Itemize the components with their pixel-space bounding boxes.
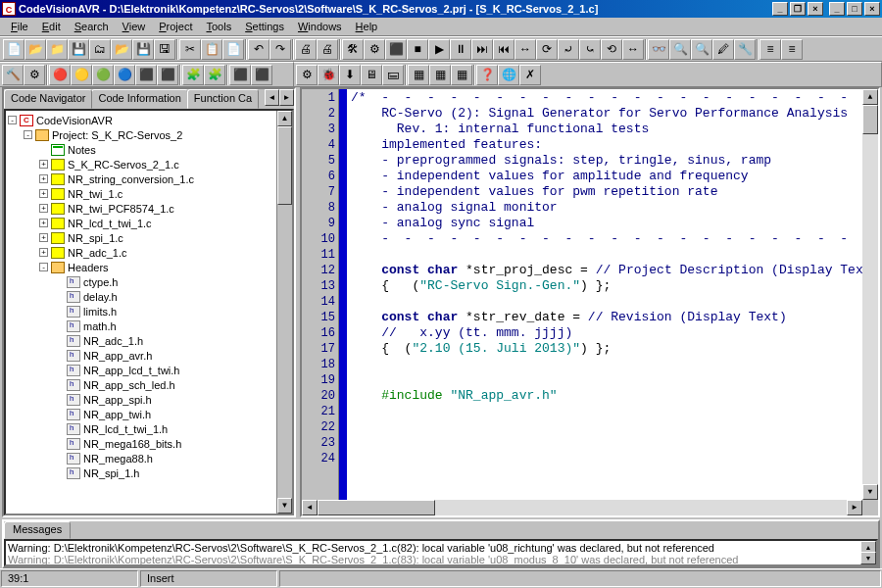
menu-tools[interactable]: Tools	[200, 19, 239, 34]
toolbar-button[interactable]: ⬛	[385, 39, 407, 60]
tree-headers-folder[interactable]: -Headers	[8, 260, 290, 274]
toolbar-button[interactable]: ⏮	[493, 39, 514, 60]
scroll-up-button[interactable]: ▲	[277, 111, 292, 126]
tab-messages[interactable]: Messages	[4, 521, 71, 539]
tree-header-file[interactable]: ctype.h	[8, 274, 290, 289]
toolbar-button[interactable]: ⏸	[450, 39, 471, 60]
toolbar-button[interactable]: 🟢	[92, 65, 114, 85]
toolbar-button[interactable]: ❓	[476, 65, 498, 85]
menu-project[interactable]: Project	[152, 19, 199, 34]
code-line[interactable]	[351, 357, 862, 372]
toolbar-button[interactable]: 📂	[24, 39, 46, 60]
editor-horizontal-scrollbar[interactable]: ◄ ►	[302, 500, 862, 515]
toolbar-button[interactable]: 📄	[222, 39, 244, 60]
tree-notes[interactable]: Notes	[8, 142, 290, 157]
toolbar-button[interactable]: 🛠	[342, 39, 364, 60]
close-button[interactable]: ×	[864, 2, 880, 16]
toolbar-button[interactable]: ⬛	[251, 65, 272, 85]
expand-toggle-icon[interactable]: +	[39, 189, 48, 198]
tree-header-file[interactable]: NR_lcd_t_twi_1.h	[8, 421, 290, 436]
tab-scroll-left-button[interactable]: ◄	[265, 89, 279, 106]
tree-root[interactable]: -CCodeVisionAVR	[8, 113, 290, 127]
toolbar-button[interactable]: ▦	[429, 65, 451, 85]
expand-toggle-icon[interactable]: -	[39, 263, 48, 271]
toolbar-button[interactable]: 🔨	[2, 65, 24, 85]
expand-toggle-icon[interactable]: -	[8, 116, 17, 124]
toolbar-button[interactable]: 📂	[111, 39, 132, 60]
toolbar-button[interactable]: ▦	[451, 65, 472, 85]
code-line[interactable]	[351, 372, 862, 388]
tree-header-file[interactable]: NR_adc_1.h	[8, 333, 290, 348]
toolbar-button[interactable]: ▦	[408, 65, 429, 85]
code-line[interactable]: - preprogrammed signals: step, tringle, …	[351, 153, 862, 169]
expand-toggle-icon[interactable]: +	[39, 233, 48, 242]
toolbar-button[interactable]: 🔧	[734, 39, 756, 60]
toolbar-button[interactable]: 🖨	[295, 39, 317, 60]
tree-source-file[interactable]: +NR_twi_PCF8574_1.c	[8, 201, 290, 216]
toolbar-button[interactable]: ⬛	[229, 65, 251, 85]
tree-header-file[interactable]: NR_app_lcd_t_twi.h	[8, 363, 290, 377]
minimize-button[interactable]: _	[829, 2, 845, 16]
toolbar-button[interactable]: ⚙	[364, 39, 385, 60]
toolbar-button[interactable]: ⟳	[536, 39, 558, 60]
code-line[interactable]: const char *str_rev_date = // Revision (…	[351, 310, 862, 325]
code-line[interactable]	[351, 294, 862, 310]
toolbar-button[interactable]: 📋	[201, 39, 222, 60]
tree-header-file[interactable]: limits.h	[8, 304, 290, 318]
tree-source-file[interactable]: +NR_spi_1.c	[8, 230, 290, 245]
toolbar-button[interactable]: ⏭	[471, 39, 493, 60]
tree-header-file[interactable]: NR_app_twi.h	[8, 407, 290, 421]
code-line[interactable]: const char *str_proj_desc = // Project D…	[351, 263, 862, 278]
toolbar-button[interactable]: ↷	[270, 39, 291, 60]
scroll-up-button[interactable]: ▲	[862, 89, 878, 105]
tree-source-file[interactable]: +S_K_RC-Servos_2_1.c	[8, 157, 290, 172]
code-line[interactable]: - analog sync signal	[351, 216, 862, 231]
toolbar-button[interactable]: ⬛	[135, 65, 157, 85]
maximize-button[interactable]: □	[847, 2, 862, 16]
toolbar-button[interactable]: 💾	[132, 39, 154, 60]
toolbar-button[interactable]: ✂	[179, 39, 201, 60]
toolbar-button[interactable]: 🖨	[317, 39, 338, 60]
toolbar-button[interactable]: 🔍	[691, 39, 712, 60]
tab-function-call[interactable]: Function Ca	[187, 89, 259, 109]
scroll-down-button[interactable]: ▼	[860, 552, 876, 564]
scroll-left-button[interactable]: ◄	[302, 500, 318, 515]
code-line[interactable]: { ("RC-Servo Sign.-Gen.") };	[351, 278, 862, 294]
toolbar-button[interactable]: 🔵	[114, 65, 135, 85]
toolbar-button[interactable]: 🟡	[71, 65, 92, 85]
toolbar-button[interactable]: 🌐	[498, 65, 519, 85]
tree-vertical-scrollbar[interactable]: ▲ ▼	[276, 111, 292, 514]
tree-source-file[interactable]: +NR_twi_1.c	[8, 186, 290, 201]
doc-minimize-button[interactable]: _	[772, 2, 788, 16]
toolbar-button[interactable]: ✗	[519, 65, 541, 85]
scroll-down-button[interactable]: ▼	[862, 484, 878, 500]
messages-scrollbar[interactable]: ▲ ▼	[860, 541, 876, 564]
tab-code-information[interactable]: Code Information	[91, 89, 187, 109]
toolbar-button[interactable]: 📄	[3, 39, 24, 60]
toolbar-button[interactable]: 💾	[68, 39, 89, 60]
toolbar-button[interactable]: 🔍	[669, 39, 691, 60]
expand-toggle-icon[interactable]: +	[39, 219, 48, 227]
tree-header-file[interactable]: math.h	[8, 318, 290, 333]
toolbar-button[interactable]: 🐞	[318, 65, 339, 85]
code-line[interactable]: /* - - - - - - - - - - - - - - - - - - -…	[351, 90, 862, 106]
menu-view[interactable]: View	[116, 19, 153, 34]
project-tree[interactable]: -CCodeVisionAVR-Project: S_K_RC-Servos_2…	[4, 109, 294, 515]
toolbar-button[interactable]: ⚙	[24, 65, 45, 85]
toolbar-button[interactable]: ⤾	[558, 39, 579, 60]
code-line[interactable]: implemented features:	[351, 137, 862, 153]
toolbar-button[interactable]: 🖉	[712, 39, 734, 60]
toolbar-button[interactable]: 🧩	[182, 65, 204, 85]
tree-header-file[interactable]: NR_mega168_bits.h	[8, 436, 290, 451]
tab-scroll-right-button[interactable]: ►	[279, 89, 294, 106]
tree-project[interactable]: -Project: S_K_RC-Servos_2	[8, 127, 290, 142]
toolbar-button[interactable]: 🔴	[49, 65, 71, 85]
toolbar-button[interactable]: ≡	[781, 39, 803, 60]
expand-toggle-icon[interactable]: +	[39, 174, 48, 183]
code-line[interactable]: #include "NR_app_avr.h"	[351, 388, 862, 404]
menu-search[interactable]: Search	[68, 19, 116, 34]
tree-header-file[interactable]: NR_app_spi.h	[8, 392, 290, 407]
code-line[interactable]: // x.yy (tt. mmm. jjjj)	[351, 325, 862, 341]
toolbar-button[interactable]: ≡	[760, 39, 781, 60]
code-line[interactable]: Rev. 1: internal functional tests	[351, 122, 862, 137]
